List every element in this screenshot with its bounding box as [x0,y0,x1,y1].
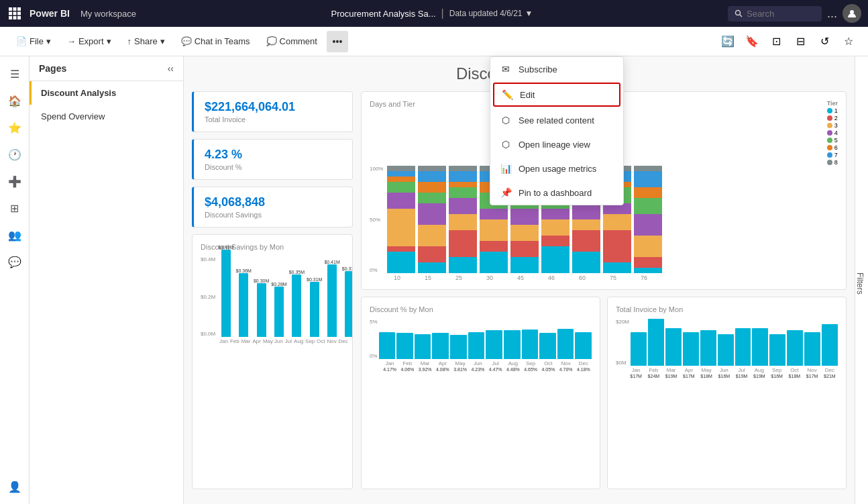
search-box[interactable] [728,6,822,21]
more-options-dropdown: ✉ Subscribe ✏️ Edit ⬡ See related conten… [490,56,624,205]
file-chevron: ▾ [46,36,51,46]
topbar-more-button[interactable]: ... [827,7,837,21]
sidebar-apps-icon[interactable]: ⊞ [3,196,27,220]
svg-rect-2 [17,7,21,11]
tier-legend: Tier 1 2 3 4 5 6 7 8 [827,100,838,166]
bookmark-icon[interactable]: 🔖 [742,32,762,52]
pages-panel: Pages ‹‹ Discount Analysis Spend Overvie… [30,56,184,504]
subscribe-icon: ✉ [500,64,512,74]
sidebar-learn-icon[interactable]: 👤 [3,474,27,499]
export-icon: → [67,36,76,46]
search-icon [735,9,743,17]
lineage-menu-item[interactable]: ⬡ Open lineage view [490,132,623,156]
kpi-discount-savings: $4,068,848 Discount Savings [192,187,353,228]
chevron-icon[interactable]: ▼ [525,9,533,18]
related-content-menu-item[interactable]: ⬡ See related content [490,108,623,132]
left-sidebar: ☰ 🏠 ⭐ 🕐 ➕ ⊞ 👥 💬 👤 [0,56,30,504]
discount-pct-chart: Discount % by Mon 5%0% JanFebMarAprMayJu… [361,297,600,489]
data-updated: Data updated 4/6/21 ▼ [449,9,533,18]
sidebar-people-icon[interactable]: 👥 [3,223,27,247]
svg-rect-4 [13,12,17,15]
filters-panel[interactable]: Filters [855,56,868,504]
actionbar: 📄 File ▾ → Export ▾ ↑ Share ▾ 💬 Chat in … [0,27,868,56]
sidebar-recent-icon[interactable]: 🕐 [3,142,27,166]
page-item-spend[interactable]: Spend Overview [30,105,183,128]
page-item-discount[interactable]: Discount Analysis [30,81,183,105]
svg-rect-5 [17,12,21,15]
kpi-total-invoice: $221,664,064.01 Total Invoice [192,91,353,132]
total-invoice-chart: Total Invoice by Mon $20M$0M JanFebMarAp… [607,297,847,489]
share-button[interactable]: ↑ Share ▾ [121,34,172,49]
waffle-icon[interactable] [7,5,23,21]
kpi-discount-pct: 4.23 % Discount % [192,139,353,180]
file-icon: 📄 [16,36,27,46]
export-chevron: ▾ [107,36,111,46]
app-brand: Power BI [30,8,70,19]
svg-point-9 [735,11,740,15]
usage-metrics-menu-item[interactable]: 📊 Open usage metrics [490,156,623,181]
more-options-button[interactable]: ••• [327,31,348,52]
pin-dashboard-menu-item[interactable]: 📌 Pin to a dashboard [490,181,623,205]
sidebar-create-icon[interactable]: ➕ [3,169,27,193]
divider: | [441,7,444,19]
related-icon: ⬡ [500,115,512,125]
svg-rect-0 [9,7,12,11]
pin-icon: 📌 [500,187,512,198]
file-button[interactable]: 📄 File ▾ [9,34,58,49]
svg-rect-7 [13,16,17,19]
pages-header: Pages ‹‹ [30,56,183,81]
svg-line-10 [740,15,742,17]
main-layout: ☰ 🏠 ⭐ 🕐 ➕ ⊞ 👥 💬 👤 Pages ‹‹ Discount Anal… [0,56,868,504]
svg-rect-3 [9,12,12,15]
undo-icon[interactable]: ↺ [814,32,834,52]
stacked-y-axis: 100%50%0% [370,166,384,273]
comment-button[interactable]: 💭 Comment [260,34,324,49]
y-axis: $0.4M$0.2M$0.0M [201,256,215,337]
topbar-right: ... [728,4,861,23]
metrics-icon: 📊 [500,163,512,174]
report-title: Procurement Analysis Sa... [331,9,436,19]
share-chevron: ▾ [160,36,165,46]
sidebar-star-icon[interactable]: ⭐ [3,115,27,140]
svg-rect-8 [17,16,21,19]
workspace-label[interactable]: My workspace [80,9,136,19]
discount-savings-chart: Discount Savings by Mon $0.4M$0.2M$0.0M … [192,234,353,489]
view-icon[interactable]: ⊡ [766,32,786,52]
pct-y-axis: 5%0% [370,319,378,359]
layout-icon[interactable]: ⊟ [790,32,810,52]
favorite-icon[interactable]: ☆ [838,32,859,52]
lineage-icon: ⬡ [500,139,512,150]
edit-menu-item[interactable]: ✏️ Edit [493,83,620,107]
actionbar-right: 🔄 🔖 ⊡ ⊟ ↺ ☆ [718,32,859,52]
edit-icon: ✏️ [501,89,513,100]
teams-icon: 💬 [181,36,192,46]
search-input[interactable] [747,9,814,19]
subscribe-menu-item[interactable]: ✉ Subscribe [490,57,623,81]
avatar[interactable] [843,4,861,23]
sidebar-nav-icon[interactable]: 🏠 [3,89,27,113]
share-icon: ↑ [127,36,132,46]
chat-button[interactable]: 💬 Chat in Teams [174,34,257,49]
inv-y-axis: $20M$0M [616,319,629,366]
svg-rect-1 [13,7,17,11]
sidebar-home-icon[interactable]: ☰ [3,62,27,86]
export-button[interactable]: → Export ▾ [60,34,118,49]
sidebar-chat-icon[interactable]: 💬 [3,250,27,274]
topbar: Power BI My workspace Procurement Analys… [0,0,868,27]
pages-collapse-button[interactable]: ‹‹ [168,63,174,74]
comment-icon: 💭 [266,36,277,46]
svg-rect-6 [9,16,12,19]
refresh-icon[interactable]: 🔄 [718,32,738,52]
topbar-center: Procurement Analysis Sa... | Data update… [143,7,721,19]
pages-title: Pages [39,63,66,74]
